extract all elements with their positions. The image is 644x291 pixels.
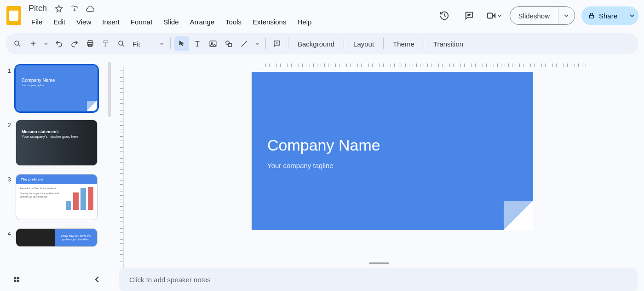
menu-tools[interactable]: Tools <box>221 15 246 29</box>
search-menus-icon[interactable] <box>10 36 25 51</box>
horizontal-ruler[interactable] <box>124 59 644 67</box>
layout-button[interactable]: Layout <box>348 40 380 48</box>
notes-resize-handle[interactable] <box>369 262 389 264</box>
slide-canvas-area: Company Name Your company tagline <box>114 59 644 268</box>
thumb-subtitle: Your company's mission goes here <box>16 134 97 139</box>
svg-point-9 <box>226 41 230 45</box>
filmstrip-scrollbar[interactable] <box>106 59 114 268</box>
comments-icon[interactable] <box>460 6 478 25</box>
menu-edit[interactable]: Edit <box>49 15 70 29</box>
toolbar: Fit Background Layout Theme Transition <box>6 33 638 54</box>
document-title[interactable]: Pitch <box>27 3 49 14</box>
zoom-button[interactable] <box>114 36 129 51</box>
paint-format-button[interactable] <box>98 36 113 51</box>
slides-logo-icon[interactable] <box>6 5 22 27</box>
slide-subtitle-text[interactable]: Your company tagline <box>252 154 533 169</box>
menu-help[interactable]: Help <box>293 15 316 29</box>
thumb-body: Show how you solve the problem you ident… <box>59 234 92 242</box>
svg-rect-11 <box>14 277 16 279</box>
menu-file[interactable]: File <box>27 15 47 29</box>
slide-thumbnail-3[interactable]: The problem Frame the problem for the au… <box>16 174 98 220</box>
thumb-body: Frame the problem for the audience. Quan… <box>20 187 63 217</box>
menu-view[interactable]: View <box>72 15 96 29</box>
transition-button[interactable]: Transition <box>428 40 469 48</box>
svg-rect-13 <box>14 280 16 282</box>
new-slide-dropdown[interactable] <box>41 36 51 51</box>
svg-point-2 <box>15 41 19 45</box>
grid-view-icon[interactable] <box>11 274 22 285</box>
svg-rect-0 <box>487 13 492 18</box>
thumb-title: Company Name <box>16 66 97 83</box>
page-fold-icon <box>504 201 533 230</box>
workspace: 1 Company Name Your company tagline 2 Mi… <box>0 59 644 268</box>
slide-thumb-row-3: 3 The problem Frame the problem for the … <box>5 174 102 220</box>
title-bar: Pitch File Edit View Insert Format Slide… <box>0 0 644 32</box>
menu-bar: File Edit View Insert Format Slide Arran… <box>27 15 435 29</box>
meet-icon[interactable] <box>485 6 503 25</box>
slide-number: 3 <box>5 174 14 220</box>
slide-title-text[interactable]: Company Name <box>252 72 533 154</box>
lock-icon <box>588 12 595 19</box>
slideshow-button[interactable]: Slideshow <box>510 7 558 24</box>
image-tool[interactable] <box>206 36 220 51</box>
history-icon[interactable] <box>435 6 454 25</box>
slide-thumb-row-1: 1 Company Name Your company tagline <box>5 65 102 111</box>
thumb-chart <box>66 187 93 210</box>
slide-thumbnail-2[interactable]: Mission statement: Your company's missio… <box>16 120 98 166</box>
zoom-select[interactable]: Fit <box>130 40 167 48</box>
share-button-group: Share <box>581 6 638 25</box>
line-tool-dropdown[interactable] <box>253 36 262 51</box>
slideshow-button-group: Slideshow <box>510 6 575 25</box>
share-dropdown[interactable] <box>625 6 638 25</box>
cloud-status-icon[interactable] <box>85 3 96 14</box>
menu-slide[interactable]: Slide <box>159 15 183 29</box>
slide-number: 4 <box>5 228 14 247</box>
thumb-title: Mission statement: <box>16 120 97 134</box>
page-fold-icon <box>87 101 97 111</box>
print-button[interactable] <box>83 36 98 51</box>
slideshow-dropdown[interactable] <box>558 7 575 24</box>
textbox-tool[interactable] <box>190 36 205 51</box>
move-icon[interactable] <box>69 3 80 14</box>
menu-insert[interactable]: Insert <box>98 15 124 29</box>
line-tool[interactable] <box>237 36 252 51</box>
menu-arrange[interactable]: Arrange <box>185 15 219 29</box>
star-icon[interactable] <box>53 3 64 14</box>
svg-rect-14 <box>17 280 19 282</box>
share-button[interactable]: Share <box>581 6 625 25</box>
slide-number: 2 <box>5 120 14 166</box>
menu-extensions[interactable]: Extensions <box>248 15 291 29</box>
svg-rect-1 <box>589 15 593 18</box>
filmstrip: 1 Company Name Your company tagline 2 Mi… <box>0 59 114 268</box>
collapse-filmstrip-icon[interactable] <box>92 274 103 285</box>
select-tool[interactable] <box>174 36 189 51</box>
svg-point-6 <box>119 41 123 45</box>
speaker-notes-input[interactable]: Click to add speaker notes <box>119 268 638 291</box>
slide-thumbnail-1[interactable]: Company Name Your company tagline <box>16 65 98 111</box>
theme-button[interactable]: Theme <box>387 40 420 48</box>
menu-format[interactable]: Format <box>126 15 157 29</box>
thumb-title: The problem <box>16 175 97 184</box>
background-button[interactable]: Background <box>292 40 340 48</box>
undo-button[interactable] <box>52 36 66 51</box>
redo-button[interactable] <box>67 36 82 51</box>
vertical-ruler[interactable] <box>114 67 124 268</box>
shape-tool[interactable] <box>221 36 236 51</box>
current-slide[interactable]: Company Name Your company tagline <box>252 72 533 230</box>
svg-rect-12 <box>17 277 19 279</box>
slide-thumb-row-4: 4 Show how you solve the problem you ide… <box>5 228 102 247</box>
slide-number: 1 <box>5 65 14 111</box>
slide-thumb-row-2: 2 Mission statement: Your company's miss… <box>5 120 102 166</box>
svg-point-8 <box>212 42 213 43</box>
slide-thumbnail-4[interactable]: Show how you solve the problem you ident… <box>16 228 98 247</box>
thumb-subtitle: Your company tagline <box>16 83 97 87</box>
new-slide-button[interactable] <box>26 36 40 51</box>
bottom-bar: Click to add speaker notes <box>0 268 644 291</box>
comment-insert-button[interactable] <box>270 36 284 51</box>
